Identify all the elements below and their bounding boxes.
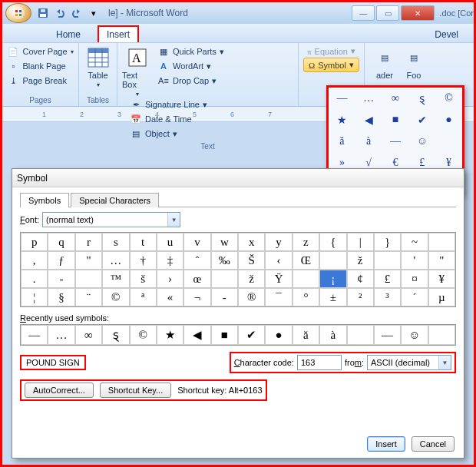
recent-cell[interactable]: ✔ <box>238 325 265 345</box>
recent-cell[interactable]: ȿ <box>102 325 129 345</box>
footer-button[interactable]: ▤Foo <box>402 45 426 80</box>
chargrid-cell[interactable]: † <box>130 251 157 270</box>
recent-cell[interactable]: ■ <box>211 325 238 345</box>
cover-page-button[interactable]: 📄Cover Page ▾ <box>5 45 74 58</box>
chargrid-cell[interactable]: ‰ <box>211 251 238 270</box>
date-time-button[interactable]: 📅Date & Time <box>128 112 209 126</box>
table-button[interactable]: Table▾ <box>86 45 111 88</box>
symbol-button[interactable]: ΩSymbol ▾ <box>303 58 359 72</box>
tab-home[interactable]: Home <box>48 27 88 42</box>
chargrid-cell[interactable]: t <box>130 233 157 251</box>
chargrid-cell[interactable]: © <box>102 288 129 306</box>
chargrid-cell[interactable]: ¤ <box>401 270 428 288</box>
office-button[interactable] <box>5 3 31 23</box>
chargrid-cell[interactable]: w <box>211 233 238 251</box>
recent-cell[interactable] <box>428 325 455 345</box>
tab-symbols[interactable]: Symbols <box>20 193 69 207</box>
symbol-grid-item[interactable]: ★ <box>329 109 355 131</box>
chargrid-cell[interactable]: § <box>48 288 74 306</box>
chargrid-cell[interactable]: ' <box>401 251 428 270</box>
chargrid-cell[interactable]: µ <box>428 288 455 306</box>
symbol-grid-item[interactable]: ă <box>329 131 355 152</box>
symbol-grid-item[interactable]: ☺ <box>408 131 435 152</box>
qat-undo-icon[interactable] <box>53 6 67 20</box>
chargrid-cell[interactable]: { <box>319 233 346 251</box>
chargrid-cell[interactable]: ™ <box>102 270 129 288</box>
chargrid-cell[interactable]: ~ <box>401 233 428 251</box>
chargrid-cell[interactable]: x <box>238 233 265 251</box>
chargrid-cell[interactable]: ƒ <box>48 251 74 270</box>
chargrid-cell[interactable]: Œ <box>293 251 319 270</box>
chargrid-cell[interactable]: ¢ <box>347 270 374 288</box>
chargrid-cell[interactable]: " <box>75 251 102 270</box>
recent-cell[interactable]: à <box>319 325 346 345</box>
recent-cell[interactable]: © <box>130 325 157 345</box>
symbol-grid-item[interactable]: ∞ <box>382 88 409 109</box>
recent-cell[interactable]: ☺ <box>401 325 428 345</box>
chargrid-cell[interactable]: } <box>374 233 401 251</box>
header-button[interactable]: ▤ader <box>372 45 397 80</box>
chargrid-cell[interactable] <box>293 270 319 288</box>
recent-cell[interactable]: ★ <box>157 325 183 345</box>
chargrid-cell[interactable]: p <box>21 233 48 251</box>
autocorrect-button[interactable]: AutoCorrect... <box>25 383 94 398</box>
chargrid-cell[interactable]: Ÿ <box>265 270 292 288</box>
chargrid-cell[interactable]: ¥ <box>428 270 455 288</box>
chargrid-cell[interactable]: ž <box>238 270 265 288</box>
chargrid-cell[interactable]: … <box>102 251 129 270</box>
chargrid-cell[interactable] <box>319 251 346 270</box>
symbol-grid-item[interactable]: … <box>355 88 382 109</box>
close-button[interactable]: ✕ <box>401 5 435 21</box>
symbol-grid-item[interactable]: — <box>329 88 355 109</box>
chargrid-cell[interactable]: £ <box>374 270 401 288</box>
chargrid-cell[interactable] <box>374 251 401 270</box>
chargrid-cell[interactable]: ³ <box>374 288 401 306</box>
chargrid-cell[interactable]: ® <box>238 288 265 306</box>
chargrid-cell[interactable]: ¨ <box>75 288 102 306</box>
symbol-grid-item[interactable]: ● <box>435 109 462 131</box>
chargrid-cell[interactable]: s <box>102 233 129 251</box>
character-grid[interactable]: pqrstuvwxyz{|}~,ƒ"…†‡ˆ‰Š‹Œž'".-™š›œžŸ¡¢£… <box>20 232 456 307</box>
blank-page-button[interactable]: ▫Blank Page <box>5 59 67 73</box>
insert-button[interactable]: Insert <box>367 436 405 452</box>
chargrid-cell[interactable]: ˆ <box>183 251 210 270</box>
recent-cell[interactable]: — <box>21 325 48 345</box>
chargrid-cell[interactable]: ‹ <box>265 251 292 270</box>
chargrid-cell[interactable]: ¡ <box>319 270 346 288</box>
symbol-grid-item[interactable]: à <box>355 131 382 152</box>
chargrid-cell[interactable]: . <box>21 270 48 288</box>
chargrid-cell[interactable]: z <box>293 233 319 251</box>
chargrid-cell[interactable]: ¦ <box>21 288 48 306</box>
symbol-grid-item[interactable]: ◀ <box>355 109 382 131</box>
from-combo[interactable]: ASCII (decimal)▼ <box>367 355 451 370</box>
maximize-button[interactable]: ▭ <box>376 5 399 21</box>
chargrid-cell[interactable]: › <box>157 270 183 288</box>
chargrid-cell[interactable]: q <box>48 233 74 251</box>
equation-button[interactable]: πEquation ▾ <box>304 45 359 58</box>
recent-cell[interactable]: ● <box>265 325 292 345</box>
chargrid-cell[interactable]: ª <box>130 288 157 306</box>
chargrid-cell[interactable]: Š <box>238 251 265 270</box>
qat-dropdown-icon[interactable]: ▾ <box>87 6 101 20</box>
chargrid-cell[interactable]: « <box>157 288 183 306</box>
chargrid-cell[interactable]: œ <box>183 270 210 288</box>
chargrid-cell[interactable]: ¬ <box>183 288 210 306</box>
chargrid-cell[interactable]: v <box>183 233 210 251</box>
text-box-button[interactable]: A Text Box▾ <box>122 45 153 98</box>
chargrid-cell[interactable]: r <box>75 233 102 251</box>
symbol-grid-item[interactable]: ■ <box>382 109 409 131</box>
symbol-grid-item[interactable] <box>435 131 462 152</box>
recent-grid[interactable]: —…∞ȿ©★◀■✔●ăà—☺ <box>20 324 456 346</box>
qat-save-icon[interactable] <box>36 6 50 20</box>
chargrid-cell[interactable]: u <box>157 233 183 251</box>
recent-cell[interactable]: ◀ <box>183 325 210 345</box>
chargrid-cell[interactable]: ° <box>293 288 319 306</box>
minimize-button[interactable]: — <box>352 5 375 21</box>
signature-line-button[interactable]: ✒Signature Line ▾ <box>128 98 209 111</box>
tab-developer[interactable]: Devel <box>427 27 466 42</box>
symbol-grid-item[interactable]: ȿ <box>408 88 435 109</box>
quick-parts-button[interactable]: ▦Quick Parts ▾ <box>156 45 226 58</box>
chargrid-cell[interactable]: ¯ <box>265 288 292 306</box>
chargrid-cell[interactable]: ² <box>347 288 374 306</box>
symbol-grid-item[interactable]: — <box>382 131 409 152</box>
